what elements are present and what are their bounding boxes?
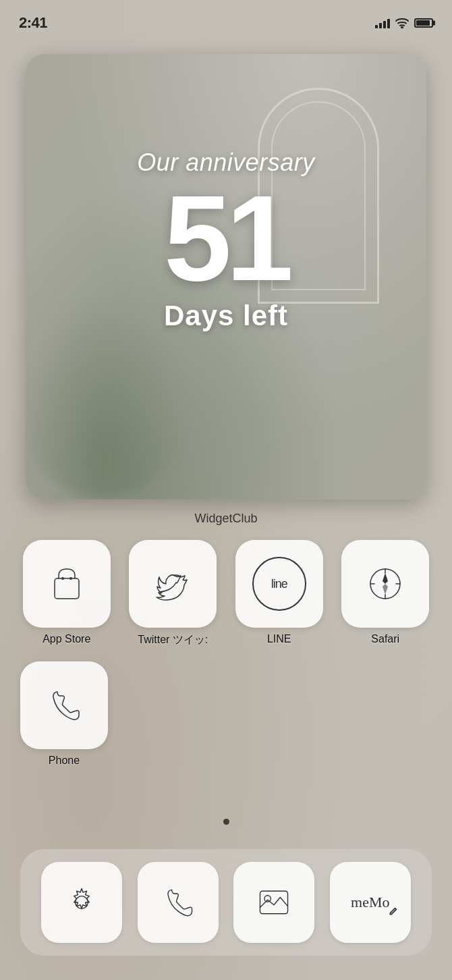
bag-icon <box>47 564 87 604</box>
widget-number: 51 <box>26 184 426 293</box>
safari-item[interactable]: Safari <box>339 540 432 647</box>
app-store-item[interactable]: App Store <box>20 540 113 647</box>
dock-memo[interactable]: meMo <box>330 862 411 943</box>
widget-subtitle: Days left <box>26 300 426 332</box>
line-circle: line <box>252 557 306 611</box>
app-grid-row2: Phone <box>20 661 108 767</box>
twitter-icon-box[interactable] <box>129 540 217 628</box>
widget-club-label: WidgetClub <box>0 512 452 526</box>
app-store-icon[interactable] <box>23 540 111 628</box>
battery-icon <box>414 18 433 28</box>
phone-dock-icon <box>159 883 197 921</box>
twitter-label: Twitter ツイッ: <box>138 633 208 647</box>
twitter-bird-icon <box>152 564 193 604</box>
safari-icon-box[interactable] <box>341 540 429 628</box>
phone-item[interactable]: Phone <box>20 661 108 767</box>
status-time: 2:41 <box>19 14 47 32</box>
status-icons <box>375 18 433 28</box>
wifi-icon <box>395 18 409 28</box>
status-bar: 2:41 <box>0 0 452 36</box>
dock-phone[interactable] <box>138 862 219 943</box>
svg-marker-5 <box>383 573 388 584</box>
dock-settings[interactable] <box>41 862 122 943</box>
gear-icon <box>63 883 101 921</box>
safari-label: Safari <box>371 633 399 645</box>
page-dots <box>0 819 452 825</box>
twitter-item[interactable]: Twitter ツイッ: <box>127 540 220 647</box>
image-icon <box>255 883 293 921</box>
phone-label: Phone <box>49 755 80 767</box>
svg-rect-1 <box>55 578 79 599</box>
svg-marker-6 <box>383 584 388 595</box>
line-item[interactable]: line LINE <box>233 540 326 647</box>
phone-icon-box[interactable] <box>20 661 108 749</box>
signal-icon <box>375 18 390 28</box>
svg-point-2 <box>61 577 64 580</box>
page-dot-1 <box>223 819 229 825</box>
widget-background: Our anniversary 51 Days left <box>26 54 426 499</box>
svg-point-13 <box>264 896 271 902</box>
app-store-label: App Store <box>43 633 90 645</box>
svg-point-0 <box>401 27 403 28</box>
dock: meMo <box>20 849 432 956</box>
line-icon-box[interactable]: line <box>235 540 323 628</box>
svg-rect-12 <box>260 891 288 914</box>
dock-photos[interactable] <box>233 862 314 943</box>
widget-text: Our anniversary 51 Days left <box>26 148 426 332</box>
phone-handset-icon <box>44 685 84 726</box>
anniversary-widget[interactable]: Our anniversary 51 Days left <box>26 54 426 499</box>
app-grid: App Store Twitter ツイッ: line LINE <box>20 540 432 647</box>
line-label: LINE <box>267 633 291 645</box>
compass-icon <box>365 564 405 604</box>
svg-point-3 <box>69 577 72 580</box>
memo-icon: meMo <box>351 894 389 911</box>
